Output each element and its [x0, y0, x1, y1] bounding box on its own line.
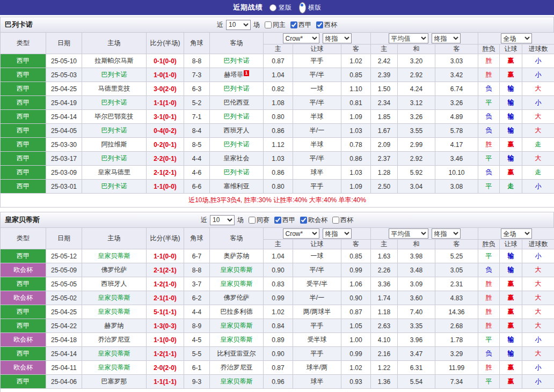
home-team-cell[interactable]: 赫罗纳 — [82, 319, 147, 333]
home-team-cell[interactable]: 皇家贝蒂斯 — [82, 249, 147, 263]
avg-home-cell: 1.36 — [371, 375, 398, 389]
home-team-cell[interactable]: 乔治罗尼亚 — [82, 333, 147, 347]
bookmaker-select[interactable]: Crow* — [283, 33, 319, 43]
corner-cell: 8-4 — [184, 124, 210, 138]
result-cell: 负 — [478, 82, 500, 96]
odds-home-cell: 0.83 — [264, 277, 293, 291]
result-cell: 胜 — [478, 277, 500, 291]
away-team-cell[interactable]: 巴列卡诺 — [210, 82, 264, 96]
home-team-cell[interactable]: 皇家贝蒂斯 — [82, 305, 147, 319]
avg-away-cell: 11.99 — [435, 361, 478, 375]
away-team-cell[interactable]: 奥萨苏纳 — [210, 249, 264, 263]
home-team-cell[interactable]: 皇家贝蒂斯 — [82, 347, 147, 361]
result-cell: 胜 — [478, 361, 500, 375]
recent-count-select[interactable]: 10 — [210, 215, 235, 225]
home-team-cell[interactable]: 皇家马德里 — [82, 166, 147, 180]
home-team-cell[interactable]: 佛罗伦萨 — [82, 263, 147, 277]
competition-filter[interactable]: 西甲 — [290, 20, 311, 29]
away-team-cell[interactable]: 皇家贝蒂斯 — [210, 319, 264, 333]
competition-filter[interactable]: 西杯 — [332, 216, 353, 225]
away-team-cell[interactable]: 巴列卡诺 — [210, 166, 264, 180]
corner-cell: 5-5 — [184, 347, 210, 361]
away-team-cell[interactable]: 赫塔菲1 — [210, 68, 264, 82]
home-team-cell[interactable]: 巴塞罗那 — [82, 375, 147, 389]
result-cell: 负 — [478, 166, 500, 180]
competition-filter[interactable]: 西杯 — [316, 20, 337, 29]
match-row: 西甲25-03-17巴列卡诺2-2(0-1)4-4皇家社会1.03平/半0.86… — [1, 152, 554, 166]
away-team-cell[interactable]: 巴列卡诺 — [210, 54, 264, 68]
match-row: 欧会杯25-05-09佛罗伦萨2-1(2-1)8-8皇家贝蒂斯0.90平/半0.… — [1, 263, 554, 277]
home-team-name: 巴列卡诺 — [101, 154, 127, 162]
average-select[interactable]: 平均值 — [389, 33, 428, 43]
home-team-cell[interactable]: 巴列卡诺 — [82, 96, 147, 110]
goals-result-cell: 大 — [522, 347, 554, 361]
handicap-result-cell: 输 — [500, 96, 522, 110]
result-cell: 平 — [478, 333, 500, 347]
scope-select[interactable]: 全场 — [501, 228, 532, 239]
home-team-cell[interactable]: 毕尔巴鄂竞技 — [82, 110, 147, 124]
away-team-cell[interactable]: 皇家贝蒂斯 — [210, 263, 264, 277]
result-cell: 胜 — [478, 54, 500, 68]
avg-away-cell: 4.89 — [435, 110, 478, 124]
competition-checkbox[interactable] — [316, 21, 323, 28]
away-team-cell[interactable]: 塞维利亚 — [210, 180, 264, 194]
competition-filter[interactable]: 西甲 — [274, 216, 295, 225]
corner-cell: 7-3 — [184, 68, 210, 82]
away-team-cell[interactable]: 巴列卡诺 — [210, 110, 264, 124]
avg-draw-cell: 3.12 — [398, 96, 435, 110]
home-team-cell[interactable]: 皇家贝蒂斯 — [82, 361, 147, 375]
competition-filter[interactable]: 同赛 — [249, 216, 269, 225]
col-header-away: 客场 — [210, 228, 264, 249]
bookmaker-select[interactable]: Crow* — [283, 228, 319, 239]
average-select[interactable]: 平均值 — [389, 228, 428, 239]
competition-checkbox[interactable] — [332, 217, 339, 224]
match-row: 西甲25-05-05西班牙人1-2(1-0)3-7皇家贝蒂斯0.83受平/半1.… — [1, 277, 554, 291]
home-team-cell[interactable]: 巴列卡诺 — [82, 180, 147, 194]
avg-stage-select[interactable]: 终指 — [432, 228, 461, 239]
competition-checkbox[interactable] — [265, 21, 272, 28]
col-header-type: 类型 — [1, 33, 46, 54]
competition-checkbox[interactable] — [274, 217, 281, 224]
layout-radio-1[interactable]: 横版 — [299, 2, 321, 13]
away-team-cell[interactable]: 皇家贝蒂斯 — [210, 375, 264, 389]
scope-select[interactable]: 全场 — [501, 33, 532, 43]
home-team-cell[interactable]: 巴列卡诺 — [82, 68, 147, 82]
away-team-cell[interactable]: 皇家贝蒂斯 — [210, 333, 264, 347]
home-team-cell[interactable]: 马德里竞技 — [82, 82, 147, 96]
competition-filter[interactable]: 欧会杯 — [300, 216, 327, 225]
home-team-cell[interactable]: 拉斯帕尔马斯 — [82, 54, 147, 68]
competition-checkbox[interactable] — [290, 21, 297, 28]
goals-result-cell: 大 — [522, 124, 554, 138]
avg-stage-select[interactable]: 终指 — [432, 33, 461, 43]
away-team-cell[interactable]: 巴列卡诺 — [210, 138, 264, 152]
away-team-cell[interactable]: 巴伦西亚 — [210, 96, 264, 110]
odds-stage-select[interactable]: 终指 — [323, 228, 352, 239]
competition-checkbox[interactable] — [300, 217, 307, 224]
away-team-cell[interactable]: 佛罗伦萨 — [210, 291, 264, 305]
home-team-cell[interactable]: 阿拉维斯 — [82, 138, 147, 152]
away-team-cell[interactable]: 皇家贝蒂斯 — [210, 277, 264, 291]
avg-home-cell: 1.63 — [371, 249, 398, 263]
odds-stage-select[interactable]: 终指 — [323, 33, 352, 43]
odds-away-cell: 1.06 — [341, 277, 371, 291]
layout-radio-0[interactable]: 竖版 — [269, 2, 291, 13]
home-team-name: 拉斯帕尔马斯 — [95, 57, 134, 64]
away-team-cell[interactable]: 乔治罗尼亚 — [210, 361, 264, 375]
handicap-result-cell: 赢 — [500, 319, 522, 333]
competition-checkbox[interactable] — [249, 217, 256, 224]
recent-count-select[interactable]: 10 — [226, 20, 251, 30]
away-team-cell[interactable]: 西班牙人 — [210, 124, 264, 138]
away-team-cell[interactable]: 比利亚雷亚尔 — [210, 347, 264, 361]
home-team-cell[interactable]: 巴列卡诺 — [82, 152, 147, 166]
home-team-cell[interactable]: 西班牙人 — [82, 277, 147, 291]
odds-select-cell: 全场 — [478, 33, 554, 45]
home-team-cell[interactable]: 巴列卡诺 — [82, 124, 147, 138]
competition-filter[interactable]: 同主 — [265, 20, 286, 29]
away-team-cell[interactable]: 巴拉多利德 — [210, 305, 264, 319]
away-team-cell[interactable]: 皇家社会 — [210, 152, 264, 166]
match-row: 欧会杯25-04-18乔治罗尼亚1-1(0-0)4-5皇家贝蒂斯0.89受半球1… — [1, 333, 554, 347]
avg-draw-cell: 7.40 — [398, 305, 435, 319]
home-team-cell[interactable]: 皇家贝蒂斯 — [82, 291, 147, 305]
recent-results-page: 近期战绩 竖版横版 巴列卡诺近10场同主西甲西杯类型日期主场比分(半场)角球客场… — [0, 0, 554, 392]
away-team-name: 乔治罗尼亚 — [221, 364, 253, 371]
